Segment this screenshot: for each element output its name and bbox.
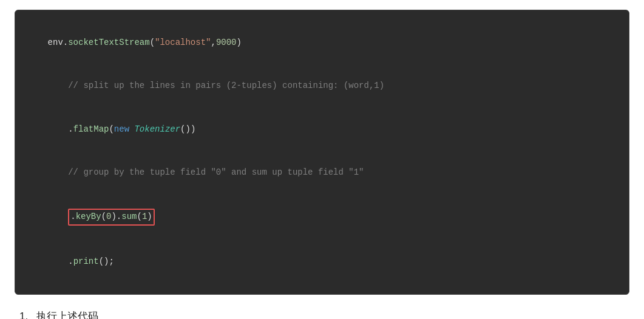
code-line-5: .keyBy(0).sum(1)	[27, 195, 617, 240]
code-line-6: .print();	[27, 240, 617, 283]
instruction-text-1: 执行上述代码	[36, 309, 98, 319]
instructions-section: 1. 执行上述代码 2. 本地启动 netcat $ nc -lk 9000 3…	[15, 309, 629, 319]
code-line-1: env.socketTextStream("localhost",9000)	[27, 21, 617, 64]
instruction-number-1: 1.	[19, 311, 36, 319]
code-line-3: .flatMap(new Tokenizer())	[27, 108, 617, 151]
code-line-2: // split up the lines in pairs (2-tuples…	[27, 64, 617, 107]
code-block: env.socketTextStream("localhost",9000) /…	[15, 10, 629, 295]
code-line-4: // group by the tuple field "0" and sum …	[27, 151, 617, 194]
instruction-1: 1. 执行上述代码	[19, 309, 629, 319]
